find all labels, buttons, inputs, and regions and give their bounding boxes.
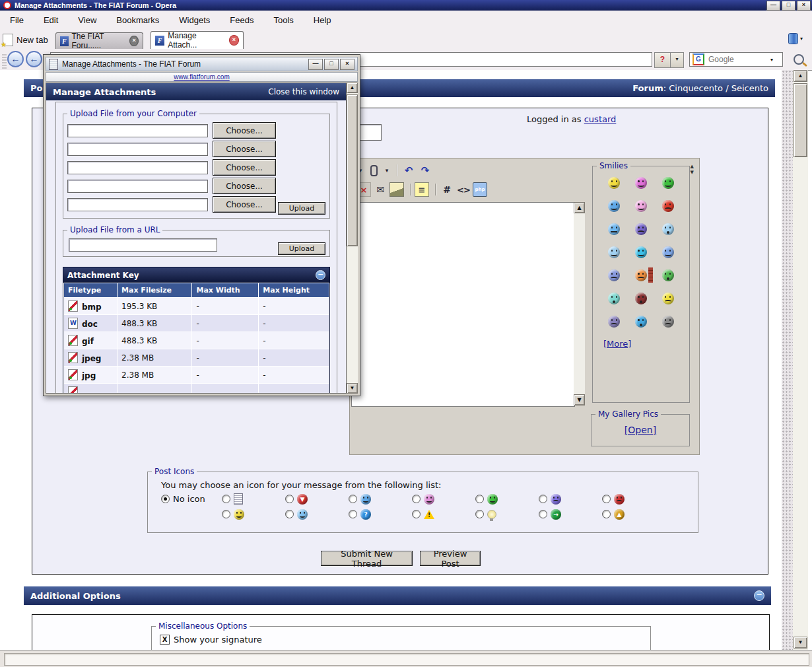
- tab-close-icon[interactable]: ×: [229, 35, 239, 46]
- choose-file-button[interactable]: Choose...: [213, 159, 276, 176]
- search-input[interactable]: [707, 52, 770, 67]
- sob-smiley[interactable]: [662, 316, 674, 330]
- scroll-up-icon[interactable]: ▲: [347, 83, 358, 93]
- help-button[interactable]: ?: [654, 52, 671, 68]
- post-icon-radio[interactable]: [412, 495, 421, 503]
- search-box[interactable]: G ▾: [689, 52, 783, 67]
- redo-icon[interactable]: ↷: [418, 163, 432, 178]
- cool-smiley[interactable]: [608, 246, 620, 260]
- collapse-button[interactable]: −: [754, 590, 764, 601]
- smilies-more-link[interactable]: [More]: [603, 339, 631, 349]
- scroll-up-icon[interactable]: ▲: [574, 202, 585, 213]
- file-path-input[interactable]: [67, 124, 208, 137]
- mad-smiley[interactable]: [662, 200, 674, 214]
- php-icon[interactable]: php: [473, 182, 487, 197]
- scrollbar-thumb[interactable]: [347, 94, 358, 246]
- post-icon-radio[interactable]: [539, 510, 547, 518]
- scrollbar-thumb[interactable]: [794, 83, 807, 157]
- toolbar-grip[interactable]: [2, 54, 7, 69]
- file-path-input[interactable]: [67, 161, 208, 174]
- tab-close-icon[interactable]: ×: [129, 36, 139, 46]
- scroll-down-icon[interactable]: ▼: [347, 383, 358, 394]
- message-textarea[interactable]: [351, 202, 575, 407]
- editor-grow-icon[interactable]: ▲: [691, 164, 694, 170]
- choose-file-button[interactable]: Choose...: [213, 122, 276, 139]
- preview-post-button[interactable]: Preview Post: [420, 551, 481, 566]
- post-icon-radio[interactable]: [222, 495, 230, 503]
- post-icon-radio[interactable]: [412, 510, 421, 518]
- wink-smiley[interactable]: [608, 200, 620, 214]
- thread-title-input[interactable]: [358, 124, 382, 141]
- post-icon-radio[interactable]: [602, 495, 611, 503]
- menu-feeds[interactable]: Feeds: [220, 15, 263, 25]
- popup-address-strip[interactable]: www.fiatforum.com: [46, 72, 358, 82]
- back-button[interactable]: ←: [7, 51, 24, 67]
- logged-in-user-link[interactable]: custard: [584, 114, 617, 124]
- thumbsup-smiley[interactable]: [662, 246, 674, 260]
- eek-smiley[interactable]: [662, 223, 674, 237]
- file-path-input[interactable]: [67, 143, 208, 156]
- close-window-link[interactable]: Close this window: [268, 87, 339, 96]
- post-icon-radio[interactable]: [349, 510, 357, 518]
- scroll-up-icon[interactable]: ▲: [794, 70, 807, 82]
- undo-icon[interactable]: ↶: [401, 163, 416, 178]
- new-tab-button[interactable]: ★ New tab: [3, 32, 48, 48]
- thumbsdown-smiley[interactable]: [608, 269, 620, 283]
- menu-tools[interactable]: Tools: [263, 15, 303, 25]
- dropdown-icon[interactable]: ▾: [383, 163, 391, 178]
- image-icon[interactable]: [389, 182, 404, 197]
- file-path-input[interactable]: [67, 180, 208, 193]
- post-icon-radio[interactable]: [475, 495, 484, 503]
- laugh-smiley[interactable]: [635, 200, 647, 214]
- popup-titlebar[interactable]: Manage Attachments - The FIAT Forum — □ …: [46, 57, 358, 71]
- close-button[interactable]: ×: [797, 1, 811, 11]
- razz-smiley[interactable]: [635, 177, 647, 191]
- paperclip-icon[interactable]: [366, 163, 381, 178]
- popup-minimize-button[interactable]: —: [308, 59, 323, 70]
- popup-close-button[interactable]: ×: [340, 59, 355, 70]
- menu-view[interactable]: View: [68, 15, 106, 25]
- dizzy-smiley[interactable]: [608, 293, 620, 306]
- post-icon-radio[interactable]: [349, 495, 357, 503]
- headbang-smiley[interactable]: [635, 269, 647, 283]
- panel-splitter[interactable]: [782, 70, 793, 650]
- post-icon-radio[interactable]: [285, 495, 294, 503]
- menu-file[interactable]: File: [0, 15, 34, 25]
- collapse-button[interactable]: −: [316, 270, 325, 280]
- editor-shrink-icon[interactable]: ▼: [691, 170, 694, 176]
- hash-icon[interactable]: #: [440, 182, 454, 197]
- address-dropdown-button[interactable]: ▾: [670, 52, 684, 68]
- closed-tabs-bin-button[interactable]: ▾: [788, 33, 803, 44]
- frown-smiley[interactable]: [635, 223, 647, 237]
- confused-smiley[interactable]: [608, 223, 620, 237]
- banghead-smiley[interactable]: [608, 316, 620, 330]
- search-dropdown-icon[interactable]: ▾: [770, 57, 773, 63]
- menu-widgets[interactable]: Widgets: [169, 15, 220, 25]
- menu-edit[interactable]: Edit: [34, 15, 68, 25]
- choose-file-button[interactable]: Choose...: [213, 141, 276, 157]
- minimize-button[interactable]: —: [766, 1, 780, 11]
- email-icon[interactable]: ✉: [373, 182, 388, 197]
- tab-fiat-forum[interactable]: F The FIAT Foru...... ×: [55, 32, 143, 49]
- quote-icon[interactable]: ≡: [415, 182, 429, 197]
- biggrin-smiley[interactable]: [662, 177, 674, 191]
- page-scrollbar[interactable]: ▲ ▼: [793, 70, 808, 650]
- devil-smiley[interactable]: [635, 293, 647, 306]
- choose-file-button[interactable]: Choose...: [213, 178, 276, 194]
- url-input[interactable]: [69, 238, 217, 252]
- post-icon-radio[interactable]: [285, 510, 294, 518]
- gallery-open-link[interactable]: [Open]: [625, 425, 656, 435]
- editor-resize[interactable]: ▲ ▼: [691, 164, 694, 176]
- scroll-down-icon[interactable]: ▼: [794, 637, 807, 649]
- menu-help[interactable]: Help: [304, 15, 341, 25]
- post-icon-radio[interactable]: [602, 510, 611, 518]
- cry-smiley[interactable]: [635, 316, 647, 330]
- upload-url-button[interactable]: Upload: [278, 242, 325, 255]
- show-signature-checkbox[interactable]: X: [160, 635, 170, 645]
- maximize-button[interactable]: □: [782, 1, 795, 11]
- fist-smiley[interactable]: [662, 293, 674, 306]
- forward-button[interactable]: ←: [26, 51, 42, 67]
- sick-smiley[interactable]: [662, 269, 674, 283]
- search-button[interactable]: [790, 51, 808, 68]
- no-icon-radio[interactable]: [161, 495, 170, 503]
